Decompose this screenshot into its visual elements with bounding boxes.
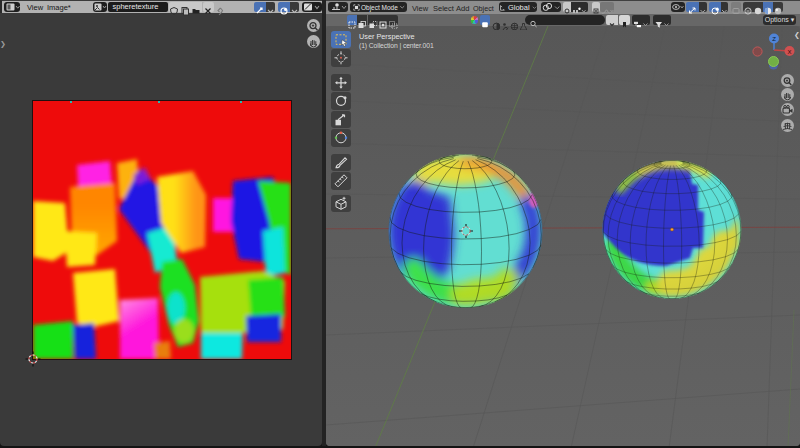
svg-text:X: X — [787, 49, 791, 55]
svg-text:Z: Z — [772, 36, 776, 42]
